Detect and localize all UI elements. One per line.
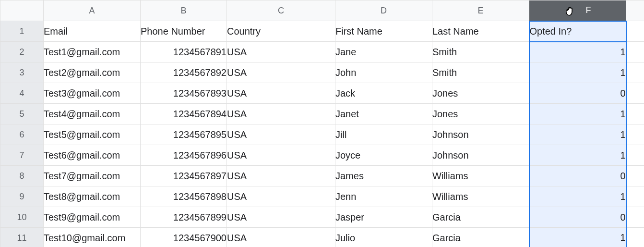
column-header-f[interactable]: F [529,0,626,21]
row-header-2[interactable]: 2 [0,42,44,62]
cell[interactable]: Test6@gmail.com [44,145,141,166]
row-header-1[interactable]: 1 [0,21,44,42]
cell[interactable] [626,186,644,207]
cell[interactable] [626,42,644,62]
cell[interactable]: USA [227,83,335,104]
cell[interactable]: 1 [529,228,626,247]
cell[interactable] [626,124,644,145]
cell[interactable]: 1234567899 [141,207,227,228]
cell[interactable]: James [335,166,432,186]
cell[interactable]: Williams [432,186,529,207]
row-header-7[interactable]: 7 [0,145,44,166]
cell[interactable]: Jack [335,83,432,104]
cell[interactable]: 1234567893 [141,83,227,104]
cell[interactable]: 1234567896 [141,145,227,166]
cell[interactable]: Smith [432,42,529,62]
cell[interactable] [626,104,644,124]
cell[interactable]: Test2@gmail.com [44,62,141,83]
cell[interactable]: USA [227,104,335,124]
cell[interactable]: Joyce [335,145,432,166]
cell[interactable]: Johnson [432,145,529,166]
cell[interactable]: USA [227,124,335,145]
cell-g1[interactable] [626,21,644,42]
cell[interactable]: Test3@gmail.com [44,83,141,104]
cell[interactable]: USA [227,42,335,62]
row-header-5[interactable]: 5 [0,104,44,124]
cell-e1[interactable]: Last Name [432,21,529,42]
cell-b1[interactable]: Phone Number [141,21,227,42]
cell[interactable] [626,207,644,228]
cell[interactable]: Janet [335,104,432,124]
row-header-11[interactable]: 11 [0,228,44,247]
cell[interactable]: 1 [529,62,626,83]
cell[interactable]: Smith [432,62,529,83]
cell[interactable] [626,166,644,186]
column-header-a[interactable]: A [44,0,141,21]
cell[interactable]: 0 [529,166,626,186]
cell[interactable]: Test5@gmail.com [44,124,141,145]
row-header-9[interactable]: 9 [0,186,44,207]
cell[interactable] [626,228,644,247]
column-header-c[interactable]: C [227,0,335,21]
cell[interactable]: Williams [432,166,529,186]
table-row: 6 Test5@gmail.com 1234567895 USA Jill Jo… [0,124,644,145]
cell[interactable]: John [335,62,432,83]
cell[interactable]: USA [227,62,335,83]
cell[interactable]: Jenn [335,186,432,207]
column-label: F [586,5,591,15]
cell[interactable]: USA [227,145,335,166]
cell[interactable]: Test8@gmail.com [44,186,141,207]
column-header-extra[interactable] [626,0,644,21]
cell[interactable]: 1234567895 [141,124,227,145]
cell[interactable]: Jones [432,83,529,104]
cell[interactable]: 1234567898 [141,186,227,207]
cell[interactable]: 1234567900 [141,228,227,247]
cell[interactable]: Test1@gmail.com [44,42,141,62]
cell[interactable]: 1 [529,42,626,62]
cell[interactable]: 1 [529,186,626,207]
cell-text: 1234567900 [173,233,227,243]
cell-d1[interactable]: First Name [335,21,432,42]
spreadsheet-grid[interactable]: A B C D E F 1 Email Phone Number Country… [0,0,644,247]
select-all-corner[interactable] [0,0,44,21]
row-header-8[interactable]: 8 [0,166,44,186]
cell[interactable]: Test7@gmail.com [44,166,141,186]
cell[interactable]: 1234567891 [141,42,227,62]
cell[interactable]: 1234567897 [141,166,227,186]
cell[interactable]: Jane [335,42,432,62]
cell[interactable]: USA [227,186,335,207]
cell[interactable]: Test9@gmail.com [44,207,141,228]
cell[interactable]: USA [227,166,335,186]
cell[interactable]: 1 [529,104,626,124]
cell[interactable]: 0 [529,83,626,104]
cell[interactable]: USA [227,228,335,247]
cell[interactable]: 0 [529,207,626,228]
cell[interactable]: Jasper [335,207,432,228]
row-header-3[interactable]: 3 [0,62,44,83]
cell[interactable]: USA [227,207,335,228]
cell[interactable]: Test4@gmail.com [44,104,141,124]
cell[interactable]: Johnson [432,124,529,145]
cell[interactable]: 1 [529,145,626,166]
cell[interactable]: 1234567894 [141,104,227,124]
cell-f1[interactable]: Opted In? [529,21,626,42]
row-header-10[interactable]: 10 [0,207,44,228]
cell[interactable] [626,145,644,166]
cell[interactable]: Garcia [432,207,529,228]
cell[interactable]: Garcia [432,228,529,247]
cell[interactable] [626,62,644,83]
cell[interactable]: 1234567892 [141,62,227,83]
cell[interactable]: 1 [529,124,626,145]
column-header-d[interactable]: D [335,0,432,21]
cell[interactable]: Test10@gmail.com [44,228,141,247]
cell-a1[interactable]: Email [44,21,141,42]
cell[interactable]: Jill [335,124,432,145]
cell[interactable]: Julio [335,228,432,247]
cell-c1[interactable]: Country [227,21,335,42]
row-header-6[interactable]: 6 [0,124,44,145]
cell[interactable]: Jones [432,104,529,124]
column-header-e[interactable]: E [432,0,529,21]
row-header-4[interactable]: 4 [0,83,44,104]
cell[interactable] [626,83,644,104]
column-header-b[interactable]: B [141,0,227,21]
